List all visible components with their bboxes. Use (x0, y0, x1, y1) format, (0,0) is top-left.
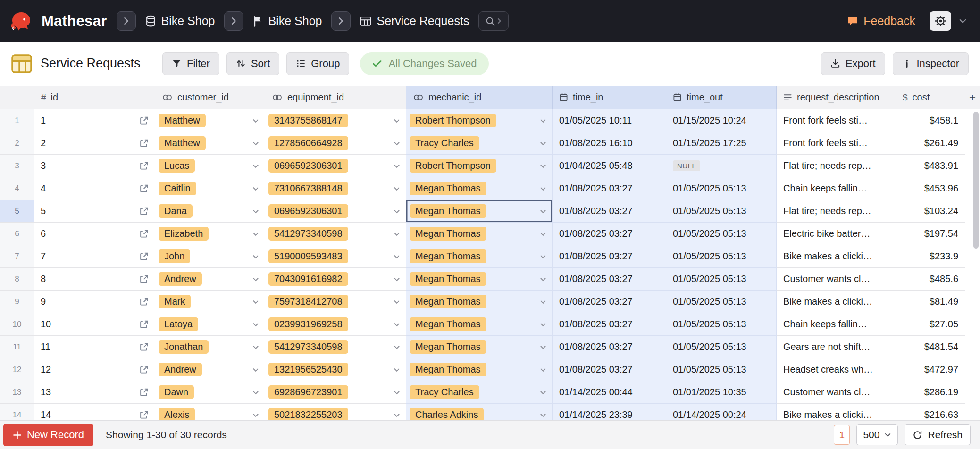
cell-request-description[interactable]: Bike makes a clicki… (777, 404, 896, 420)
cell-request-description[interactable]: Electric bike batter… (777, 223, 896, 245)
cell-request-description[interactable]: Customer wants cl… (777, 381, 896, 404)
page-size-select[interactable]: 500 (856, 424, 898, 445)
inspector-button[interactable]: Inspector (893, 52, 969, 75)
external-link-icon[interactable] (139, 274, 149, 284)
sort-button[interactable]: Sort (226, 52, 279, 75)
cell-time_in[interactable]: 01/05/2025 10:11 (553, 109, 666, 132)
row-number[interactable]: 10 (0, 313, 34, 336)
cell-mechanic_id[interactable]: Robert Thompson (406, 155, 553, 177)
cell-id[interactable]: 10 (34, 313, 155, 336)
breadcrumb-table[interactable]: Service Requests (360, 14, 469, 28)
cell-cost[interactable]: $483.91 (896, 155, 965, 177)
cell-mechanic_id[interactable]: Megan Thomas (406, 223, 553, 245)
export-button[interactable]: Export (821, 52, 885, 75)
cell-request-description[interactable]: Bike makes a clicki… (777, 291, 896, 313)
cell-id[interactable]: 7 (34, 245, 155, 268)
cell-mechanic_id[interactable]: Megan Thomas (406, 358, 553, 381)
search-button[interactable] (478, 11, 509, 31)
cell-customer_id[interactable]: Dana (155, 200, 265, 223)
external-link-icon[interactable] (139, 184, 149, 193)
cell-customer_id[interactable]: John (155, 245, 265, 268)
external-link-icon[interactable] (139, 410, 149, 420)
external-link-icon[interactable] (139, 139, 149, 148)
cell-time_out[interactable]: 01/05/2025 05:13 (666, 223, 777, 245)
cell-time_out[interactable]: 01/01/2025 10:35 (666, 381, 777, 404)
cell-request-description[interactable]: Front fork feels sti… (777, 132, 896, 155)
cell-request-description[interactable]: Flat tire; needs rep… (777, 200, 896, 223)
cell-cost[interactable]: $481.54 (896, 336, 965, 358)
row-number[interactable]: 13 (0, 381, 34, 404)
cell-customer_id[interactable]: Latoya (155, 313, 265, 336)
refresh-button[interactable]: Refresh (905, 424, 971, 445)
cell-id[interactable]: 4 (34, 177, 155, 200)
header-customer-id[interactable]: customer_id (155, 86, 265, 109)
cell-customer_id[interactable]: Mark (155, 291, 265, 313)
cell-equipment_id[interactable]: 3143755868147 (265, 109, 406, 132)
cell-time_in[interactable]: 01/08/2025 03:27 (553, 336, 666, 358)
cell-time_out[interactable]: NULL (666, 155, 777, 177)
cell-equipment_id[interactable]: 0696592306301 (265, 200, 406, 223)
cell-request-description[interactable]: Front fork feels sti… (777, 109, 896, 132)
cell-cost[interactable]: $286.19 (896, 381, 965, 404)
row-number[interactable]: 8 (0, 268, 34, 291)
cell-equipment_id[interactable]: 5412973340598 (265, 336, 406, 358)
cell-customer_id[interactable]: Jonathan (155, 336, 265, 358)
vertical-scrollbar[interactable] (973, 112, 979, 249)
breadcrumb-schema[interactable]: Bike Shop (253, 14, 322, 28)
cell-customer_id[interactable]: Caitlin (155, 177, 265, 200)
header-mechanic-id[interactable]: mechanic_id (406, 86, 553, 109)
cell-mechanic_id[interactable]: Megan Thomas (406, 336, 553, 358)
cell-request-description[interactable]: Gears are not shift… (777, 336, 896, 358)
group-button[interactable]: Group (286, 52, 349, 75)
external-link-icon[interactable] (139, 161, 149, 171)
cell-time_out[interactable]: 01/05/2025 05:13 (666, 177, 777, 200)
cell-cost[interactable]: $81.49 (896, 291, 965, 313)
cell-id[interactable]: 5 (34, 200, 155, 223)
external-link-icon[interactable] (139, 116, 149, 125)
cell-time_in[interactable]: 01/08/2025 03:27 (553, 291, 666, 313)
row-number[interactable]: 4 (0, 177, 34, 200)
cell-equipment_id[interactable]: 5412973340598 (265, 223, 406, 245)
breadcrumb-chevron[interactable] (117, 11, 136, 31)
external-link-icon[interactable] (139, 320, 149, 329)
cell-customer_id[interactable]: Dawn (155, 381, 265, 404)
cell-time_out[interactable]: 01/05/2025 05:13 (666, 291, 777, 313)
cell-time_in[interactable]: 01/14/2025 00:44 (553, 381, 666, 404)
external-link-icon[interactable] (139, 297, 149, 307)
cell-request-description[interactable]: Chain keeps fallin… (777, 313, 896, 336)
row-number[interactable]: 7 (0, 245, 34, 268)
header-cost[interactable]: $ cost (896, 86, 965, 109)
row-number[interactable]: 14 (0, 404, 34, 420)
cell-id[interactable]: 8 (34, 268, 155, 291)
cell-time_in[interactable]: 01/14/2025 23:39 (553, 404, 666, 420)
cell-id[interactable]: 9 (34, 291, 155, 313)
cell-time_in[interactable]: 01/08/2025 03:27 (553, 245, 666, 268)
cell-time_out[interactable]: 01/15/2025 17:25 (666, 132, 777, 155)
cell-customer_id[interactable]: Matthew (155, 132, 265, 155)
cell-equipment_id[interactable]: 7597318412708 (265, 291, 406, 313)
cell-id[interactable]: 2 (34, 132, 155, 155)
row-number[interactable]: 12 (0, 358, 34, 381)
mathesar-logo-icon[interactable] (9, 10, 32, 33)
cell-time_out[interactable]: 01/05/2025 05:13 (666, 268, 777, 291)
brand-title[interactable]: Mathesar (42, 13, 107, 30)
cell-request-description[interactable]: Headset creaks wh… (777, 358, 896, 381)
cell-cost[interactable]: $453.96 (896, 177, 965, 200)
cell-cost[interactable]: $261.49 (896, 132, 965, 155)
cell-time_in[interactable]: 01/08/2025 03:27 (553, 200, 666, 223)
cell-equipment_id[interactable]: 1278560664928 (265, 132, 406, 155)
cell-cost[interactable]: $472.97 (896, 358, 965, 381)
cell-time_out[interactable]: 01/05/2025 05:13 (666, 358, 777, 381)
cell-time_in[interactable]: 01/08/2025 03:27 (553, 313, 666, 336)
row-number[interactable]: 1 (0, 109, 34, 132)
cell-customer_id[interactable]: Alexis (155, 404, 265, 420)
header-id[interactable]: # id (34, 86, 155, 109)
cell-time_out[interactable]: 01/15/2025 10:24 (666, 109, 777, 132)
header-row-number[interactable] (0, 86, 34, 109)
cell-cost[interactable]: $197.54 (896, 223, 965, 245)
new-record-button[interactable]: New Record (3, 424, 93, 446)
cell-equipment_id[interactable]: 1321956525430 (265, 358, 406, 381)
filter-button[interactable]: Filter (162, 52, 219, 75)
cell-id[interactable]: 1 (34, 109, 155, 132)
cell-time_out[interactable]: 01/05/2025 05:13 (666, 245, 777, 268)
